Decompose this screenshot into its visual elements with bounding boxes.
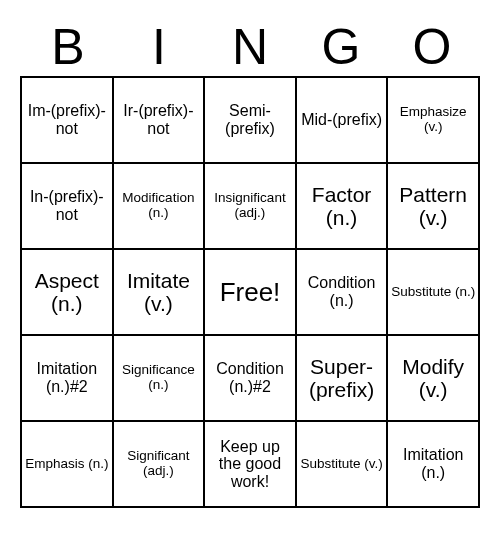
bingo-header: B I N G O (20, 22, 480, 76)
bingo-cell[interactable]: Substitute (v.) (297, 422, 389, 508)
bingo-card: B I N G O Im-(prefix)-notIr-(prefix)-not… (20, 22, 480, 508)
bingo-cell[interactable]: Imitation (n.) (388, 422, 480, 508)
header-letter-i: I (129, 22, 189, 72)
bingo-cell[interactable]: Ir-(prefix)-not (114, 78, 206, 164)
bingo-cell[interactable]: Significant (adj.) (114, 422, 206, 508)
bingo-cell[interactable]: Emphasize (v.) (388, 78, 480, 164)
header-letter-n: N (220, 22, 280, 72)
bingo-cell[interactable]: Imitation (n.)#2 (22, 336, 114, 422)
bingo-cell[interactable]: Im-(prefix)-not (22, 78, 114, 164)
bingo-cell[interactable]: In-(prefix)-not (22, 164, 114, 250)
bingo-cell[interactable]: Mid-(prefix) (297, 78, 389, 164)
header-letter-g: G (311, 22, 371, 72)
bingo-cell[interactable]: Aspect (n.) (22, 250, 114, 336)
bingo-grid: Im-(prefix)-notIr-(prefix)-notSemi-(pref… (20, 76, 480, 508)
bingo-cell[interactable]: Semi-(prefix) (205, 78, 297, 164)
bingo-cell[interactable]: Imitate (v.) (114, 250, 206, 336)
bingo-cell[interactable]: Free! (205, 250, 297, 336)
bingo-cell[interactable]: Factor (n.) (297, 164, 389, 250)
bingo-cell[interactable]: Condition (n.)#2 (205, 336, 297, 422)
bingo-cell[interactable]: Pattern (v.) (388, 164, 480, 250)
bingo-cell[interactable]: Condition (n.) (297, 250, 389, 336)
header-letter-o: O (402, 22, 462, 72)
bingo-cell[interactable]: Emphasis (n.) (22, 422, 114, 508)
bingo-cell[interactable]: Super-(prefix) (297, 336, 389, 422)
bingo-cell[interactable]: Modification (n.) (114, 164, 206, 250)
bingo-cell[interactable]: Substitute (n.) (388, 250, 480, 336)
bingo-cell[interactable]: Insignificant (adj.) (205, 164, 297, 250)
bingo-cell[interactable]: Keep up the good work! (205, 422, 297, 508)
bingo-cell[interactable]: Significance (n.) (114, 336, 206, 422)
bingo-cell[interactable]: Modify (v.) (388, 336, 480, 422)
header-letter-b: B (38, 22, 98, 72)
